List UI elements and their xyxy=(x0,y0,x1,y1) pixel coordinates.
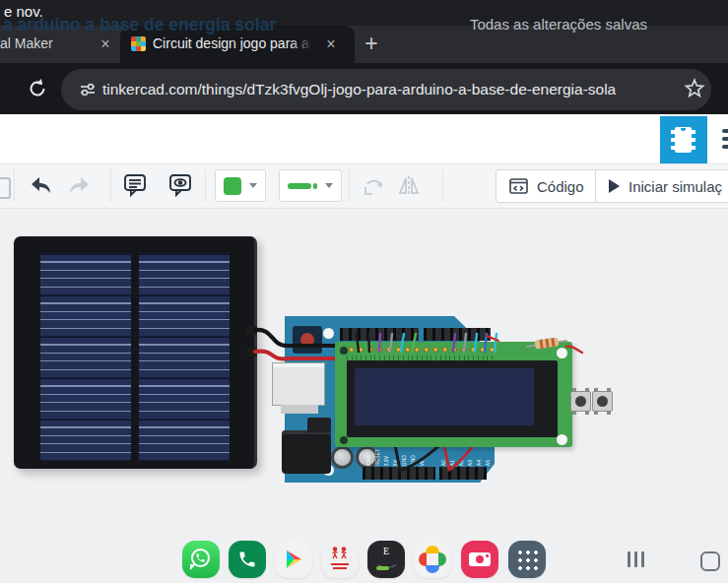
jumper-green xyxy=(412,334,416,352)
new-tab-button[interactable]: + xyxy=(357,30,386,59)
e-dark-app-icon[interactable]: E xyxy=(367,541,405,578)
recents-button[interactable] xyxy=(628,551,645,567)
wire-red-stub xyxy=(566,347,582,353)
jumper-gray xyxy=(464,334,466,352)
rotate-icon[interactable] xyxy=(359,167,388,205)
view-annotations-icon[interactable] xyxy=(165,167,195,205)
apps-grid-icon[interactable] xyxy=(508,541,546,578)
start-simulation-button[interactable]: Iniciar simulaç xyxy=(595,169,728,203)
phone-icon[interactable] xyxy=(229,541,266,578)
whatsapp-icon[interactable] xyxy=(182,541,220,578)
jumper-black xyxy=(368,334,369,352)
page-header xyxy=(0,114,728,163)
bookmark-star-icon[interactable] xyxy=(682,76,707,105)
play-icon xyxy=(609,179,620,193)
component-color-select[interactable] xyxy=(215,169,266,202)
wire-layer-over xyxy=(0,209,728,583)
close-icon[interactable]: × xyxy=(321,34,341,54)
tab-title-fade xyxy=(291,30,312,59)
chevron-down-icon xyxy=(325,183,333,188)
components-panel-button[interactable] xyxy=(660,116,707,163)
jumper-cyan xyxy=(401,334,404,352)
jumper-purple xyxy=(379,334,380,352)
jumper-cyan xyxy=(475,334,477,352)
chevron-down-icon xyxy=(249,183,257,188)
site-settings-icon[interactable] xyxy=(79,81,97,102)
url-text: tinkercad.com/things/dTzk3fvgOlj-jogo-pa… xyxy=(102,81,616,98)
refresh-icon[interactable] xyxy=(26,77,49,104)
code-button-label: Código xyxy=(537,178,584,195)
wire-color-select[interactable] xyxy=(279,169,342,202)
wire-swatch xyxy=(288,183,311,189)
screen: e nov. al Maker × Circuit design jogo pa… xyxy=(0,0,728,583)
divider xyxy=(14,169,15,202)
pushbutton[interactable] xyxy=(592,391,613,412)
divider xyxy=(349,169,350,202)
jumper-purple xyxy=(453,334,455,352)
pushbutton[interactable] xyxy=(570,391,591,412)
divider xyxy=(205,169,206,202)
home-button[interactable] xyxy=(700,551,720,571)
clipped-toolbar-icon xyxy=(0,177,11,199)
design-title[interactable]: a arduino a base de energia solar xyxy=(3,0,276,49)
color-swatch xyxy=(224,177,241,195)
jumper-black xyxy=(357,334,359,352)
mirror-icon[interactable] xyxy=(394,167,424,205)
jumper-gray xyxy=(390,334,392,352)
redo-button[interactable] xyxy=(64,167,94,205)
save-status: Todas as alterações salvas xyxy=(470,0,647,49)
ic-chip-icon xyxy=(675,127,692,153)
camera-icon[interactable] xyxy=(461,541,498,578)
code-button[interactable]: Código xyxy=(496,169,598,203)
divider xyxy=(110,169,111,202)
code-window-icon xyxy=(509,178,528,194)
google-photos-icon[interactable] xyxy=(414,541,451,578)
clipped-component-icon xyxy=(722,129,728,153)
simulate-button-label: Iniciar simulaç xyxy=(629,178,722,195)
play-store-icon[interactable] xyxy=(275,541,312,578)
divider xyxy=(442,169,443,202)
jumper-cyan xyxy=(495,334,496,352)
notes-icon[interactable] xyxy=(120,167,150,205)
red-figures-app-icon[interactable] xyxy=(321,541,359,578)
undo-button[interactable] xyxy=(27,167,56,205)
